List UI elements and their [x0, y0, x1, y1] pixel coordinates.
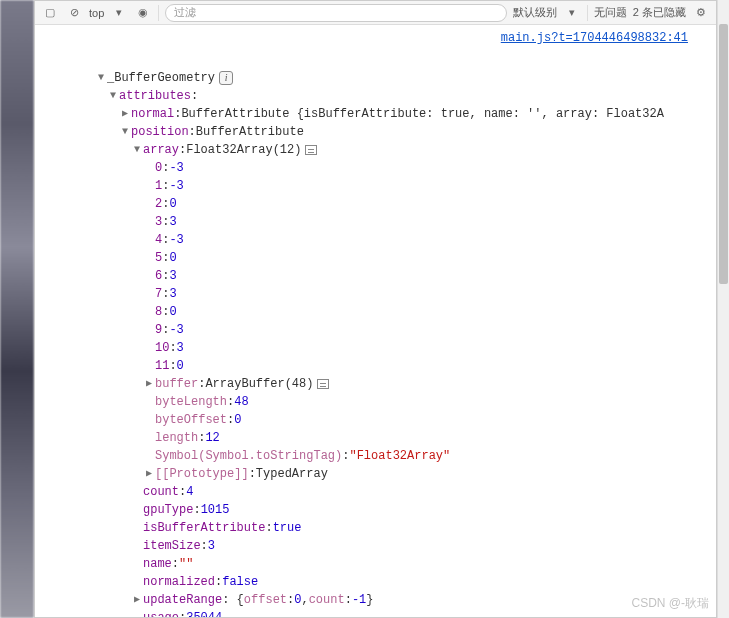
- prop-byteOffset: ▶ byteOffset: 0: [35, 411, 716, 429]
- property-value: 0: [234, 411, 241, 429]
- array-index: 0: [155, 159, 162, 177]
- property-key: usage: [143, 609, 179, 618]
- prop-position[interactable]: ▼ position: BufferAttribute: [35, 123, 716, 141]
- source-link[interactable]: main.js?t=1704446498832:41: [501, 31, 688, 45]
- disclosure-arrow-icon[interactable]: ▶: [131, 591, 143, 609]
- chevron-down-icon: ▾: [563, 4, 581, 22]
- prop-normalized: ▶ normalized: false: [35, 573, 716, 591]
- eye-icon[interactable]: ◉: [134, 4, 152, 22]
- array-value: 3: [169, 285, 176, 303]
- array-value: 0: [169, 249, 176, 267]
- property-value: BufferAttribute: [196, 123, 304, 141]
- array-index: 7: [155, 285, 162, 303]
- array-index: 4: [155, 231, 162, 249]
- hidden-count[interactable]: 2 条已隐藏: [633, 5, 686, 20]
- clear-icon[interactable]: ▢: [41, 4, 59, 22]
- property-value: "Float32Array": [349, 447, 450, 465]
- prop-usage: ▶ usage: 35044: [35, 609, 716, 618]
- prop-byteLength: ▶ byteLength: 48: [35, 393, 716, 411]
- property-value: false: [222, 573, 258, 591]
- array-index-row: 3: 3: [35, 213, 716, 231]
- property-value: 4: [186, 483, 193, 501]
- array-value: -3: [169, 231, 183, 249]
- prop-array[interactable]: ▼ array: Float32Array(12): [35, 141, 716, 159]
- separator: [158, 5, 159, 21]
- property-value: "": [179, 555, 193, 573]
- side-image-strip: [0, 0, 34, 618]
- info-icon[interactable]: i: [219, 71, 233, 85]
- array-index: 8: [155, 303, 162, 321]
- vertical-scrollbar[interactable]: [717, 0, 729, 618]
- property-key: position: [131, 123, 189, 141]
- property-value: 48: [234, 393, 248, 411]
- array-index-row: 9: -3: [35, 321, 716, 339]
- array-value: 0: [169, 303, 176, 321]
- array-index: 3: [155, 213, 162, 231]
- property-value: 1015: [201, 501, 230, 519]
- property-key: length: [155, 429, 198, 447]
- disclosure-arrow-icon[interactable]: ▶: [143, 375, 155, 393]
- array-value: 3: [177, 339, 184, 357]
- gear-icon[interactable]: ⚙: [692, 4, 710, 22]
- scrollbar-thumb[interactable]: [719, 24, 728, 284]
- disclosure-arrow-icon[interactable]: ▼: [119, 123, 131, 141]
- array-value: 3: [169, 213, 176, 231]
- property-key: normalized: [143, 573, 215, 591]
- disclosure-arrow-icon[interactable]: ▼: [131, 141, 143, 159]
- no-symbol-icon[interactable]: ⊘: [65, 4, 83, 22]
- property-key: gpuType: [143, 501, 193, 519]
- prop-symbol-tostringtag: ▶ Symbol(Symbol.toStringTag): "Float32Ar…: [35, 447, 716, 465]
- prop-gpuType: ▶ gpuType: 1015: [35, 501, 716, 519]
- prop-normal[interactable]: ▶ normal: BufferAttribute {isBufferAttri…: [35, 105, 716, 123]
- property-value: ArrayBuffer(48): [205, 375, 313, 393]
- chevron-down-icon: ▾: [110, 4, 128, 22]
- property-key: byteLength: [155, 393, 227, 411]
- array-index-row: 1: -3: [35, 177, 716, 195]
- disclosure-arrow-icon[interactable]: ▶: [119, 105, 131, 123]
- filter-input[interactable]: 过滤: [165, 4, 507, 22]
- prop-itemSize: ▶ itemSize: 3: [35, 537, 716, 555]
- array-index-row: 10: 3: [35, 339, 716, 357]
- array-index: 6: [155, 267, 162, 285]
- context-selector[interactable]: top: [89, 7, 104, 19]
- log-level-selector[interactable]: 默认级别: [513, 5, 557, 20]
- array-index-row: 11: 0: [35, 357, 716, 375]
- disclosure-arrow-icon[interactable]: ▼: [95, 69, 107, 87]
- prop-prototype[interactable]: ▶ [[Prototype]]: TypedArray: [35, 465, 716, 483]
- property-value: 35044: [186, 609, 222, 618]
- prop-buffer[interactable]: ▶ buffer: ArrayBuffer(48): [35, 375, 716, 393]
- problems-label[interactable]: 无问题: [594, 5, 627, 20]
- array-value: -3: [169, 177, 183, 195]
- property-key: count: [143, 483, 179, 501]
- memory-icon[interactable]: [305, 145, 317, 155]
- property-key: updateRange: [143, 591, 222, 609]
- array-value: -3: [169, 159, 183, 177]
- array-index-row: 2: 0: [35, 195, 716, 213]
- array-index-row: 0: -3: [35, 159, 716, 177]
- property-key: Symbol(Symbol.toStringTag): [155, 447, 342, 465]
- array-index-row: 6: 3: [35, 267, 716, 285]
- array-index: 1: [155, 177, 162, 195]
- property-key: byteOffset: [155, 411, 227, 429]
- array-index: 10: [155, 339, 169, 357]
- memory-icon[interactable]: [317, 379, 329, 389]
- devtools-console-panel: ▢ ⊘ top ▾ ◉ 过滤 默认级别 ▾ 无问题 2 条已隐藏 ⚙ main.…: [34, 0, 717, 618]
- property-key: attributes: [119, 87, 191, 105]
- class-name: _BufferGeometry: [107, 69, 215, 87]
- prop-name: ▶ name: "": [35, 555, 716, 573]
- disclosure-arrow-icon[interactable]: ▶: [143, 465, 155, 483]
- property-key: array: [143, 141, 179, 159]
- array-index-row: 7: 3: [35, 285, 716, 303]
- property-value: BufferAttribute {isBufferAttribute: true…: [181, 105, 664, 123]
- property-value: 3: [208, 537, 215, 555]
- console-toolbar: ▢ ⊘ top ▾ ◉ 过滤 默认级别 ▾ 无问题 2 条已隐藏 ⚙: [35, 1, 716, 25]
- property-key: normal: [131, 105, 174, 123]
- property-key: buffer: [155, 375, 198, 393]
- disclosure-arrow-icon[interactable]: ▼: [107, 87, 119, 105]
- separator: [587, 5, 588, 21]
- array-value: 0: [169, 195, 176, 213]
- prop-attributes[interactable]: ▼ attributes:: [35, 87, 716, 105]
- object-root[interactable]: ▼ _BufferGeometry i: [35, 69, 716, 87]
- array-value: 0: [177, 357, 184, 375]
- prop-updateRange[interactable]: ▶ updateRange: {offset: 0, count: -1}: [35, 591, 716, 609]
